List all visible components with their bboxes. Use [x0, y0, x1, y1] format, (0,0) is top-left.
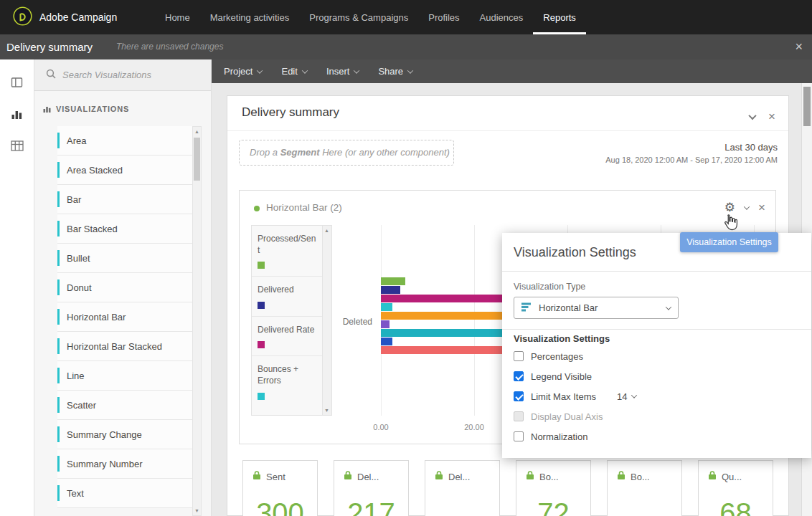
- scroll-thumb[interactable]: [803, 87, 811, 126]
- nav-profiles[interactable]: Profiles: [418, 0, 469, 34]
- viz-item-bar[interactable]: Bar: [57, 185, 192, 214]
- card-label: Qu...: [722, 472, 742, 482]
- bar[interactable]: [381, 295, 507, 302]
- option-display-dual-axis[interactable]: Display Dual Axis: [502, 406, 811, 426]
- bar-chart-icon[interactable]: [11, 108, 24, 121]
- viz-item-bullet[interactable]: Bullet: [57, 244, 192, 273]
- viz-item-label: Text: [67, 488, 84, 499]
- scroll-up-icon[interactable]: ▲: [193, 127, 201, 136]
- checkbox[interactable]: [514, 391, 524, 401]
- limit-value: 14: [617, 391, 627, 402]
- legend-scrollbar[interactable]: ▲ ▼: [322, 226, 331, 415]
- viz-item-area[interactable]: Area: [57, 126, 192, 156]
- bar[interactable]: [381, 303, 392, 311]
- checkbox[interactable]: [514, 411, 524, 421]
- nav-reports[interactable]: Reports: [533, 0, 586, 34]
- menu-edit[interactable]: Edit: [281, 66, 306, 77]
- lock-icon: [252, 470, 261, 483]
- checkbox[interactable]: [514, 431, 524, 441]
- viz-item-summary-number[interactable]: Summary Number: [57, 449, 192, 479]
- viz-item-line[interactable]: Line: [57, 361, 192, 391]
- option-limit-max-items[interactable]: Limit Max Items 14: [502, 386, 811, 406]
- nav-home[interactable]: Home: [155, 0, 200, 34]
- segment-dropzone[interactable]: Drop a Segment Here (or any other compon…: [239, 140, 454, 166]
- sidebar-scrollbar[interactable]: ▲ ▼: [192, 126, 202, 516]
- nav-programs-campaigns[interactable]: Programs & Campaigns: [299, 0, 418, 34]
- primary-nav: Home Marketing activities Programs & Cam…: [155, 0, 586, 34]
- bar[interactable]: [381, 312, 507, 320]
- scroll-down-icon[interactable]: ▼: [193, 506, 201, 515]
- summary-card-bounces[interactable]: Bo... 72: [516, 460, 591, 516]
- viz-item-label: Horizontal Bar: [67, 312, 126, 322]
- popup-title: Visualization Settings: [514, 245, 636, 260]
- option-label: Percentages: [531, 351, 583, 362]
- bar[interactable]: [381, 329, 507, 337]
- bar-group: [381, 277, 507, 355]
- scroll-down-icon[interactable]: ▼: [323, 406, 331, 415]
- bar[interactable]: [381, 320, 390, 328]
- bar[interactable]: [381, 346, 507, 354]
- option-percentages[interactable]: Percentages: [502, 346, 811, 366]
- viz-item-label: Scatter: [67, 400, 96, 411]
- menu-share[interactable]: Share: [378, 66, 412, 77]
- summary-card-sent[interactable]: Sent 300: [242, 460, 318, 516]
- collapse-chevron-icon[interactable]: [744, 204, 750, 209]
- viz-item-donut[interactable]: Donut: [57, 273, 192, 302]
- viz-item-horizontal-bar-stacked[interactable]: Horizontal Bar Stacked: [57, 332, 192, 361]
- summary-card-bounce-rate[interactable]: Bo...: [607, 460, 682, 516]
- chevron-down-icon: [257, 67, 263, 73]
- menu-label: Insert: [326, 66, 350, 77]
- table-icon[interactable]: [11, 140, 24, 153]
- viz-item-text[interactable]: Text: [57, 479, 192, 508]
- chevron-down-icon: [407, 67, 413, 73]
- card-value: 300: [243, 497, 317, 516]
- checkbox[interactable]: [514, 371, 524, 381]
- option-legend-visible[interactable]: Legend Visible: [502, 366, 811, 386]
- chart-legend: Processed/Sent Delivered Delivered Rate …: [251, 225, 332, 416]
- page-title: Delivery summary: [6, 34, 93, 59]
- close-icon[interactable]: ×: [768, 110, 775, 123]
- option-normalization[interactable]: Normalization: [502, 426, 811, 446]
- bar[interactable]: [381, 338, 392, 345]
- limit-value-dropdown[interactable]: 14: [617, 391, 636, 402]
- legend-item[interactable]: Delivered Rate: [252, 317, 322, 357]
- viz-item-label: Line: [67, 371, 85, 381]
- nav-audiences[interactable]: Audiences: [470, 0, 534, 34]
- collapse-chevron-icon[interactable]: [748, 111, 756, 119]
- summary-card-delivered[interactable]: Del... 217: [334, 460, 409, 516]
- panels-icon[interactable]: [11, 77, 24, 90]
- search-input[interactable]: [62, 70, 192, 80]
- scroll-up-icon[interactable]: ▲: [323, 226, 331, 235]
- bar[interactable]: [381, 277, 405, 285]
- menu-project[interactable]: Project: [224, 66, 262, 77]
- viz-item-bar-stacked[interactable]: Bar Stacked: [57, 214, 192, 244]
- close-icon[interactable]: ×: [758, 201, 765, 214]
- chevron-down-icon: [302, 67, 308, 73]
- menu-label: Share: [378, 66, 403, 77]
- viz-item-scatter[interactable]: Scatter: [57, 391, 192, 420]
- checkbox[interactable]: [514, 351, 524, 361]
- bar[interactable]: [381, 286, 400, 294]
- legend-label: Delivered: [258, 285, 316, 296]
- close-icon[interactable]: ×: [795, 34, 803, 59]
- dropzone-text: Drop a: [250, 147, 280, 158]
- option-label: Legend Visible: [531, 371, 592, 382]
- nav-marketing-activities[interactable]: Marketing activities: [200, 0, 300, 34]
- summary-card-delivered-rate[interactable]: Del...: [425, 460, 500, 516]
- legend-label: Processed/Sent: [258, 234, 316, 256]
- legend-item[interactable]: Bounces + Errors: [252, 356, 322, 406]
- visualization-type-select[interactable]: Horizontal Bar: [514, 297, 679, 319]
- viz-item-area-stacked[interactable]: Area Stacked: [57, 156, 192, 185]
- viz-item-summary-change[interactable]: Summary Change: [57, 420, 192, 449]
- scroll-thumb[interactable]: [194, 138, 200, 181]
- gear-icon[interactable]: ⚙: [724, 201, 735, 214]
- date-range[interactable]: Last 30 days Aug 18, 2020 12:00 AM - Sep…: [605, 142, 778, 164]
- legend-item[interactable]: Delivered: [252, 277, 322, 317]
- chevron-down-icon: [631, 392, 637, 398]
- adobe-campaign-logo-icon: [13, 6, 32, 29]
- summary-card-quarantine[interactable]: Qu... 68: [698, 460, 773, 516]
- legend-item[interactable]: Processed/Sent: [252, 226, 322, 277]
- viz-item-horizontal-bar[interactable]: Horizontal Bar: [57, 302, 192, 332]
- viz-item-label: Area: [67, 135, 86, 146]
- menu-insert[interactable]: Insert: [326, 66, 359, 77]
